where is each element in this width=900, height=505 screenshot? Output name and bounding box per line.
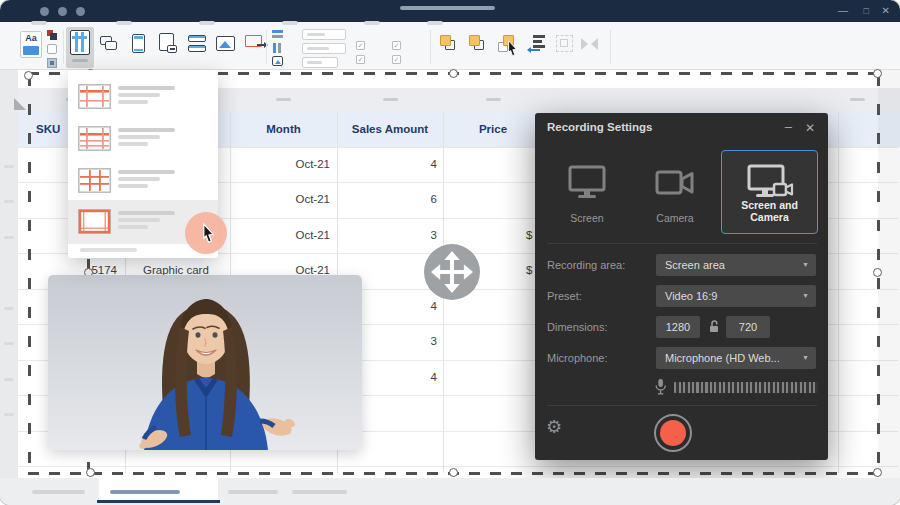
table-style-outer-border-icon [78,209,111,234]
preset-dropdown[interactable]: Video 16:9 ▼ [656,285,816,307]
image-small-icon[interactable] [272,56,283,66]
marquee-handle[interactable] [873,468,882,477]
webcam-preview[interactable] [48,275,362,450]
width-input[interactable]: 1280 [656,316,700,338]
checkbox-icon[interactable]: ✓ [392,41,401,50]
height-input[interactable]: 720 [726,316,770,338]
bring-forward-icon[interactable] [440,35,458,53]
record-button[interactable] [654,414,692,452]
screen-icon [567,165,607,199]
select-all-corner[interactable] [14,98,26,110]
camera-icon [655,169,695,197]
maximize-button[interactable]: □ [864,4,869,18]
table-style-option-2[interactable] [68,118,218,160]
microphone-label: Microphone: [547,352,608,364]
table-tool-button[interactable] [66,27,94,68]
send-backward-icon[interactable] [469,35,487,53]
paste-in-front-icon[interactable] [498,35,518,55]
marquee-handle[interactable] [449,69,458,78]
frame-arrow-icon[interactable] [245,35,267,52]
mode-camera-button[interactable]: Camera [632,150,718,234]
sheet-tab[interactable] [32,490,85,494]
close-button[interactable]: ✕ [882,4,890,18]
table-style-banded-rows-icon [78,126,111,151]
table-style-grid-icon [78,168,111,193]
preset-label: Preset: [547,290,582,302]
lock-open-icon[interactable] [708,319,720,334]
marquee-handle[interactable] [449,468,458,477]
table-layout-dropdown [68,70,218,258]
mic-level-meter [674,382,818,393]
align-left-icon[interactable] [528,35,546,53]
app-window: — □ ✕ Aa [0,0,900,505]
layout-slide-icon[interactable] [47,58,57,68]
recording-area-label: Recording area: [547,259,625,271]
row-gutter [0,70,18,478]
chevron-down-icon: ▼ [802,285,809,307]
title-bar: — □ ✕ [0,0,900,22]
recording-settings-panel: Recording Settings – ✕ Screen Camera [535,113,828,460]
active-tab-underline [97,500,220,503]
header-sales[interactable]: Sales Amount [337,112,443,147]
microphone-dropdown[interactable]: Microphone (HD Web... ▼ [656,347,816,369]
checkbox-icon[interactable]: ✓ [356,41,365,50]
header-month[interactable]: Month [230,112,337,147]
field-input-3[interactable] [302,57,338,68]
recording-area-dropdown[interactable]: Screen area ▼ [656,254,816,276]
traffic-light-zoom-icon[interactable] [76,7,85,16]
rows-small-icon[interactable] [272,30,283,39]
sheet-tab[interactable] [228,490,278,494]
sheet-tab[interactable] [292,490,347,494]
group-icon-disabled [556,35,573,52]
microphone-icon [654,378,667,396]
traffic-light-minimize-icon[interactable] [58,7,67,16]
minimize-button[interactable]: — [838,4,848,18]
panel-close-button[interactable]: ✕ [805,121,815,135]
duplicate-icon[interactable] [100,36,119,52]
columns-small-icon[interactable] [272,43,283,53]
column-icon[interactable] [132,34,145,53]
page-export-icon[interactable] [159,33,179,54]
chevron-down-icon: ▼ [802,347,809,369]
move-handle[interactable] [424,244,480,300]
dimensions-label: Dimensions: [547,321,608,333]
panel-minimize-button[interactable]: – [785,119,792,134]
header-sku[interactable]: SKU [36,112,60,147]
mode-screen-button[interactable]: Screen [544,150,630,234]
cursor-icon [506,40,519,57]
table-style-option-3[interactable] [68,160,218,202]
mode-screen-and-camera-button[interactable]: Screen and Camera [721,150,818,234]
cursor-icon [201,223,216,244]
marquee-handle[interactable] [873,268,882,277]
image-icon[interactable] [216,36,235,51]
marquee-left-edge[interactable] [28,75,31,473]
rows-icon[interactable] [188,35,206,53]
table-style-header-rows-icon [78,84,111,109]
blank-slide-icon[interactable] [47,44,57,54]
marquee-handle[interactable] [86,468,95,477]
move-arrows-icon [424,244,480,300]
screen-and-camera-icon [746,164,794,202]
toolbar: Aa [0,22,900,70]
window-title-placeholder [400,6,495,10]
checkbox-icon[interactable]: ✓ [392,55,401,64]
flip-icon-disabled [581,35,599,52]
webcam-person-image [48,275,362,450]
text-image-icon[interactable]: Aa [20,31,42,58]
panel-title: Recording Settings [547,121,652,133]
header-price[interactable]: Price [443,112,543,147]
sheet-tab-bar [0,478,900,505]
record-button-core [660,420,686,446]
theme-icon[interactable] [47,30,57,40]
marquee-handle[interactable] [873,69,882,78]
field-input-2[interactable] [302,43,346,54]
table-style-option-1[interactable] [68,76,218,118]
field-input-1[interactable] [302,29,346,40]
traffic-light-close-icon[interactable] [40,7,49,16]
chevron-down-icon: ▼ [802,254,809,276]
gear-icon[interactable]: ⚙ [546,418,562,436]
checkbox-icon[interactable]: ✓ [356,55,365,64]
dropdown-footer-placeholder [80,248,137,252]
marquee-handle[interactable] [24,71,33,80]
